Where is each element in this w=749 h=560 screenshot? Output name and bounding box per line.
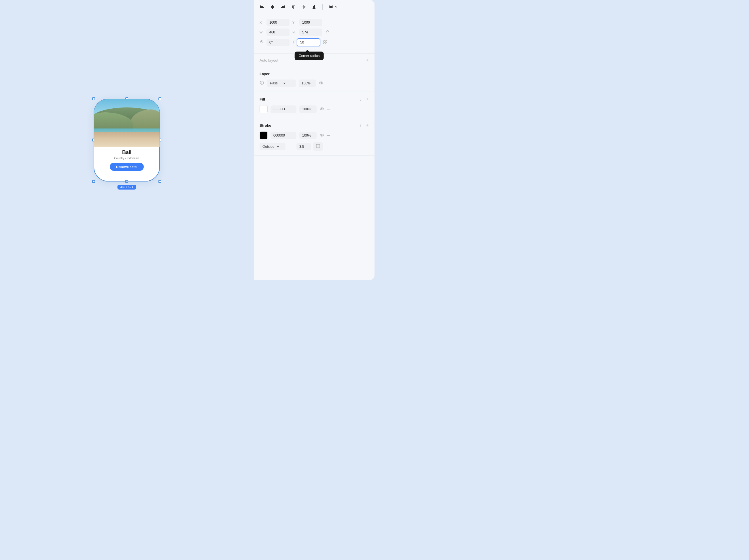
stroke-color-swatch[interactable]: [260, 131, 268, 139]
corner-mode-button[interactable]: [323, 40, 327, 45]
svg-rect-18: [329, 5, 329, 8]
h-label: H: [293, 30, 296, 34]
align-left-icon[interactable]: [260, 4, 265, 9]
auto-layout-add-button[interactable]: +: [366, 58, 369, 63]
alignment-toolbar: [254, 0, 374, 14]
auto-layout-label: Auto layout: [260, 58, 278, 63]
stroke-cap-button[interactable]: [313, 142, 323, 151]
svg-rect-21: [326, 32, 329, 34]
svg-point-32: [321, 134, 322, 136]
card-wrapper[interactable]: Bali Country - Indonesia Reserve hotel 4…: [93, 99, 160, 181]
right-panel: X Y W H: [254, 0, 374, 280]
fill-color-swatch[interactable]: [260, 105, 268, 113]
x-label: X: [260, 21, 263, 24]
rotation-icon: [260, 40, 263, 45]
svg-point-29: [320, 108, 323, 110]
handle-br[interactable]: [158, 180, 161, 183]
fill-opacity-input[interactable]: [299, 105, 317, 113]
fill-title: Fill: [260, 97, 265, 101]
stroke-position-select[interactable]: Outside: [260, 143, 285, 150]
stroke-section: Stroke ⋮⋮ + − Outside: [254, 118, 374, 155]
corner-radius-tooltip: Corner radius: [295, 51, 324, 60]
y-input[interactable]: [299, 19, 322, 26]
corner-radius-icon: [293, 40, 296, 45]
svg-rect-19: [333, 5, 333, 8]
fill-row: −: [260, 105, 369, 113]
x-input[interactable]: [266, 19, 290, 26]
stroke-visibility-icon[interactable]: [320, 133, 324, 138]
stroke-options-row: Outside ···: [260, 142, 369, 151]
card-image: [94, 99, 159, 147]
align-center-v-icon[interactable]: [301, 4, 306, 9]
layer-visibility-icon[interactable]: [319, 81, 323, 86]
distribute-dropdown[interactable]: [328, 4, 338, 9]
svg-rect-36: [316, 144, 320, 148]
align-bottom-icon[interactable]: [312, 4, 317, 9]
svg-rect-15: [313, 8, 316, 9]
svg-rect-17: [314, 5, 315, 8]
toolbar-divider: [322, 4, 323, 10]
fill-actions: ⋮⋮ +: [354, 96, 369, 102]
stroke-grid-icon[interactable]: ⋮⋮: [354, 123, 363, 128]
svg-rect-3: [272, 5, 273, 9]
rotation-radius-row: Corner radius: [260, 38, 369, 46]
svg-rect-13: [303, 5, 304, 9]
fill-color-hex[interactable]: [271, 105, 296, 113]
stroke-opacity-input[interactable]: [299, 132, 317, 139]
align-center-h-icon[interactable]: [270, 4, 275, 9]
stroke-add-button[interactable]: +: [366, 123, 369, 128]
reserve-button[interactable]: Reserve hotel: [110, 163, 144, 171]
blend-mode-icon: [260, 80, 264, 86]
svg-rect-12: [302, 7, 306, 7]
svg-rect-2: [261, 7, 264, 8]
fill-section: Fill ⋮⋮ + −: [254, 92, 374, 118]
corner-radius-container: Corner radius: [293, 38, 320, 46]
fill-add-button[interactable]: +: [366, 96, 369, 102]
svg-rect-25: [325, 43, 327, 44]
svg-rect-1: [261, 6, 263, 7]
handle-bm[interactable]: [125, 180, 128, 183]
card-subtitle: Country - Indonesia: [114, 157, 139, 160]
stroke-remove-button[interactable]: −: [327, 133, 330, 138]
handle-bl[interactable]: [92, 180, 95, 183]
stroke-color-hex[interactable]: [271, 132, 296, 139]
fill-header: Fill ⋮⋮ +: [260, 96, 369, 102]
svg-rect-11: [294, 6, 294, 9]
hotel-card: Bali Country - Indonesia Reserve hotel: [93, 99, 160, 181]
fill-visibility-icon[interactable]: [320, 107, 324, 112]
svg-rect-16: [313, 6, 314, 8]
corner-radius-input[interactable]: [297, 38, 320, 46]
svg-point-31: [320, 134, 323, 136]
canvas-area: Bali Country - Indonesia Reserve hotel 4…: [0, 0, 254, 280]
align-right-icon[interactable]: [280, 4, 285, 9]
card-title: Bali: [122, 150, 131, 155]
rotation-input[interactable]: [266, 39, 290, 46]
layer-section: Layer Pass...: [254, 67, 374, 92]
layer-opacity-input[interactable]: [299, 80, 316, 87]
svg-point-28: [321, 82, 322, 84]
svg-rect-6: [284, 5, 285, 8]
y-label: Y: [293, 21, 296, 24]
svg-rect-8: [281, 7, 284, 8]
svg-rect-20: [330, 6, 332, 8]
h-input[interactable]: [299, 28, 322, 36]
fill-remove-button[interactable]: −: [327, 107, 330, 112]
svg-rect-9: [292, 5, 295, 5]
blend-mode-select[interactable]: Pass...: [267, 80, 296, 87]
layer-row: Pass...: [260, 80, 369, 87]
xy-row: X Y: [260, 19, 369, 26]
beach: [94, 132, 159, 147]
svg-rect-4: [271, 6, 274, 7]
w-input[interactable]: [266, 28, 290, 36]
stroke-title: Stroke: [260, 123, 271, 128]
stroke-width-input[interactable]: [296, 143, 311, 150]
stroke-dash-icon: [288, 144, 294, 150]
fill-grid-icon[interactable]: ⋮⋮: [354, 97, 363, 101]
align-top-icon[interactable]: [291, 4, 296, 9]
svg-rect-14: [304, 6, 305, 8]
stroke-more-icon[interactable]: ···: [325, 144, 329, 149]
svg-rect-7: [282, 6, 284, 7]
lock-ratio-button[interactable]: [325, 30, 330, 35]
landscape: [94, 99, 159, 147]
stroke-header: Stroke ⋮⋮ +: [260, 123, 369, 128]
